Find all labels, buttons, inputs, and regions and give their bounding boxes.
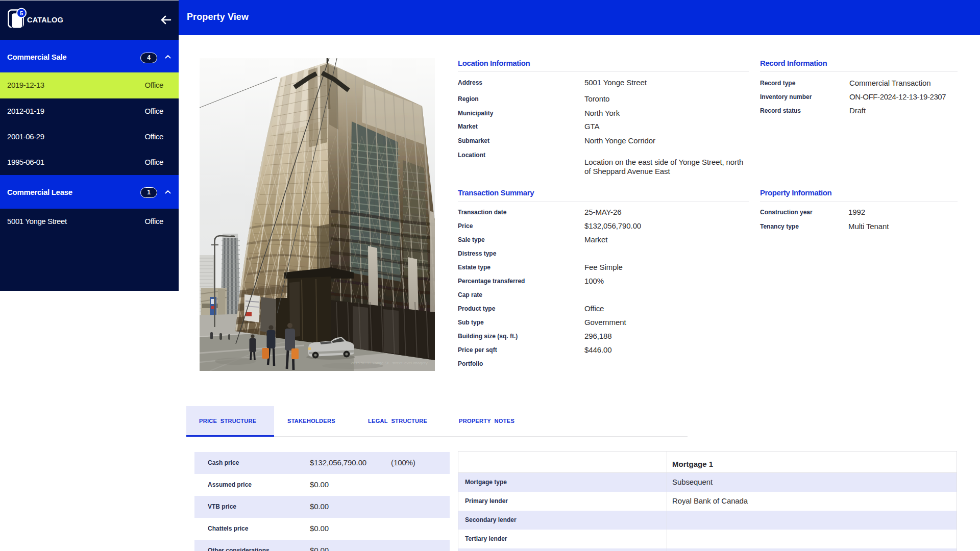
svg-text:5: 5 [20, 10, 23, 16]
svg-text:2015 50 01 Yonge St · street l: 2015 50 01 Yonge St · street level image… [351, 361, 428, 365]
